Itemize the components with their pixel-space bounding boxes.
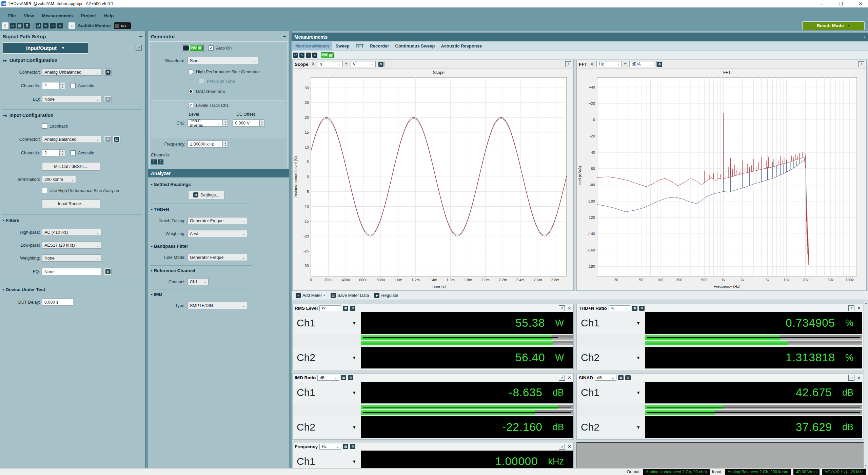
gear-icon[interactable]: ⚙ (639, 306, 645, 311)
tab-monitors-meters[interactable]: Monitors/Meters (292, 42, 332, 50)
input-connector-select[interactable]: Analog Balanced (42, 136, 101, 143)
low-pass-select[interactable]: AES17 (20 kHz) (42, 242, 101, 249)
scope-x-unit-select[interactable]: s (318, 61, 343, 67)
save-meter-data-button[interactable]: ▤ Save Meter Data (328, 293, 372, 298)
level-meter-icon[interactable]: ◔ (306, 53, 311, 58)
popout-icon[interactable]: ↗ (848, 305, 854, 311)
popout-icon[interactable]: ↗ (858, 61, 864, 67)
input-range-button[interactable]: Input Range... (42, 200, 100, 208)
output-acoustic-checkbox[interactable] (71, 83, 76, 88)
channel-selector[interactable]: Ch2▼ (293, 347, 361, 368)
popout-icon[interactable]: ↗ (565, 61, 571, 67)
open-project-icon[interactable]: ▱ (10, 23, 16, 28)
close-icon[interactable]: ✕ (568, 306, 571, 311)
settings-icon[interactable]: ⚙ (24, 23, 30, 28)
tune-mode-select[interactable]: Generator Freque (188, 254, 247, 261)
close-icon[interactable]: ✕ (857, 306, 861, 311)
channel-selector[interactable]: Ch1▼ (293, 382, 361, 403)
pin-icon[interactable]: ⇥ (139, 34, 142, 39)
output-eq-settings-button[interactable]: ⚙ (104, 96, 112, 103)
close-button[interactable]: ✕ (859, 1, 863, 6)
close-icon[interactable]: ✕ (568, 444, 571, 449)
generator-icon[interactable]: ∿ (43, 23, 48, 28)
scroll-up-icon[interactable]: ▲ (865, 301, 867, 305)
mic-cal-button[interactable]: Mic Cal / dBSPL... (42, 162, 100, 171)
output-eq-select[interactable]: None (42, 96, 101, 103)
audible-monitor-toggle[interactable]: OFF (114, 22, 131, 29)
meter-style-icon[interactable]: ▦ (343, 306, 348, 311)
menu-view[interactable]: View (20, 12, 38, 20)
filter-eq-field[interactable]: None (42, 268, 101, 275)
scope-settings-button[interactable]: ⚙ (378, 61, 384, 67)
dut-delay-field[interactable]: 0.000 s (42, 299, 73, 306)
bench-mode-button[interactable]: Bench Mode ▼ (802, 21, 865, 30)
channel-1-button[interactable]: 1 (151, 159, 157, 165)
input-connector-list-button[interactable]: ▤ (113, 136, 120, 143)
speaker-icon[interactable]: ◁ (68, 22, 75, 29)
meters-scrollbar[interactable]: ▲ ▼ (864, 301, 868, 468)
regulate-button[interactable]: ▶ Regulate (372, 293, 401, 298)
output-connector-select[interactable]: Analog Unbalanced (42, 69, 101, 76)
gear-icon[interactable]: ⚙ (348, 375, 353, 380)
menu-measurements[interactable]: Measurements (38, 12, 77, 20)
notch-tuning-select[interactable]: Generator Freque (188, 217, 247, 224)
signal-path-selector[interactable]: Input/Output ▼ (3, 42, 88, 54)
dc-offset-field[interactable]: 0.000 V (233, 119, 259, 127)
popout-icon[interactable]: ↗ (848, 375, 854, 381)
popout-icon[interactable]: ↗ (559, 305, 565, 311)
ref-channel-select[interactable]: Ch1 (188, 278, 209, 285)
tab-fft[interactable]: FFT (353, 42, 367, 50)
hp-sine-generator-radio[interactable] (188, 69, 193, 74)
channel-selector[interactable]: Ch2▼ (577, 416, 645, 438)
channel-selector[interactable]: Ch1▼ (577, 312, 645, 334)
waveform-select[interactable]: Sine (188, 57, 258, 64)
maximize-button[interactable]: ❐ (839, 1, 843, 6)
input-connector-settings-button[interactable]: ⚙ (104, 136, 112, 143)
minimize-button[interactable]: – (821, 1, 823, 6)
channels-stepper[interactable] (60, 82, 65, 89)
output-connector-settings-button[interactable]: ⚙ (104, 69, 112, 76)
meter-style-icon[interactable]: ▦ (618, 375, 624, 380)
tab-sweep[interactable]: Sweep (332, 42, 352, 50)
signal-path-icon[interactable]: ⇄ (293, 53, 298, 58)
tab-recorder[interactable]: Recorder (367, 42, 392, 50)
popout-icon[interactable]: ↗ (559, 375, 565, 381)
add-meter-button[interactable]: ＋ Add Meter ▾ (293, 293, 328, 298)
loopback-checkbox[interactable] (42, 124, 47, 129)
filter-weighting-select[interactable]: None (42, 254, 101, 262)
sweep-monitor-icon[interactable]: ≈ (57, 23, 63, 28)
dac-generator-radio[interactable] (188, 89, 193, 94)
channel-2-button[interactable]: 2 (158, 159, 163, 165)
frequency-select[interactable]: 1.00000 kHz (188, 140, 222, 148)
frequency-stepper[interactable] (223, 140, 228, 148)
fft-settings-button[interactable]: ⚙ (656, 61, 663, 67)
popout-icon[interactable]: ↗ (559, 444, 565, 450)
scroll-down-icon[interactable]: ▼ (865, 464, 867, 468)
settled-settings-button[interactable]: ⚙ Settings... (188, 191, 224, 199)
menu-file[interactable]: File (4, 12, 20, 20)
fft-x-unit-select[interactable]: Hz (596, 61, 622, 67)
hp-sine-analyzer-checkbox[interactable] (42, 188, 47, 193)
termination-select[interactable]: 200 kohm (42, 176, 76, 183)
meter-unit-select[interactable]: dB (595, 375, 616, 381)
fft-y-unit-select[interactable]: dBrA (629, 61, 654, 67)
input-acoustic-checkbox[interactable] (71, 150, 76, 155)
channel-selector[interactable]: Ch1▼ (577, 382, 645, 403)
level-value-select[interactable]: 165.0 mVrms (188, 119, 222, 127)
meter-unit-select[interactable]: dB (317, 375, 339, 381)
monitor-on-toggle[interactable]: ON (321, 52, 334, 58)
menu-project[interactable]: Project (77, 12, 100, 20)
pin-icon[interactable]: ⇥ (862, 35, 865, 39)
filter-eq-settings-button[interactable]: ⚙ (104, 268, 112, 275)
pin-icon[interactable]: ⇥ (283, 34, 286, 39)
scope-y-unit-select[interactable]: V (351, 61, 376, 67)
dc-offset-stepper[interactable] (259, 119, 264, 127)
input-channels-field[interactable]: 2 (42, 149, 60, 156)
levels-track-checkbox[interactable] (188, 103, 193, 108)
new-project-icon[interactable]: ▯ (2, 22, 8, 29)
meter-style-icon[interactable]: ▦ (341, 375, 346, 380)
save-project-icon[interactable]: ▤ (17, 23, 23, 28)
level-stepper[interactable] (223, 119, 228, 127)
panel-divider[interactable] (145, 31, 148, 468)
popout-icon[interactable]: ↗ (136, 45, 142, 51)
